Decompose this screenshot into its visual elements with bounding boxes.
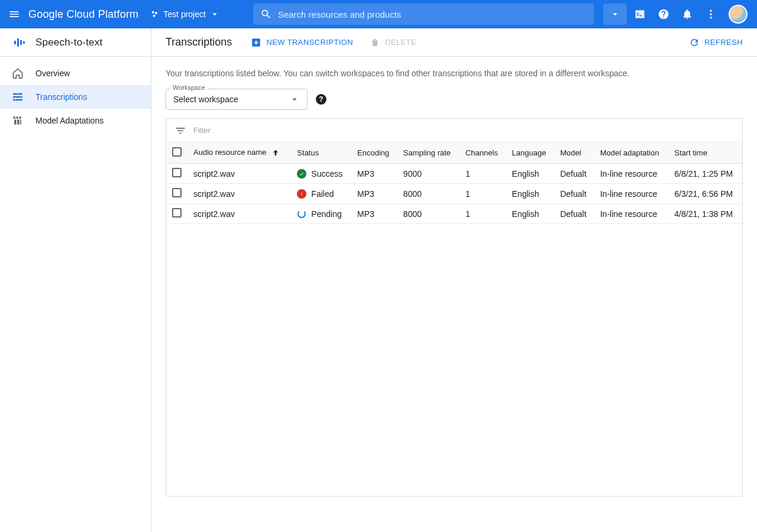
transcriptions-table: Audio resource name Status Encoding Samp… (166, 118, 743, 497)
help-icon[interactable] (658, 8, 669, 20)
col-start[interactable]: Start time (668, 142, 742, 164)
notifications-icon[interactable] (681, 8, 693, 20)
cell-name: script2.wav (187, 204, 291, 224)
refresh-button[interactable]: REFRESH (689, 37, 743, 48)
workspace-select[interactable]: Workspace Select workspace (166, 89, 308, 110)
svg-rect-12 (14, 96, 21, 98)
table-row[interactable]: script2.wavSuccessMP390001EnglishDefualt… (166, 164, 742, 184)
sidebar-item-label: Transcriptions (35, 92, 87, 102)
select-all-checkbox[interactable] (172, 147, 182, 157)
cell-start: 6/3/21, 6:56 PM (668, 184, 742, 204)
cell-status: Success (291, 164, 351, 184)
sidebar-header: Speech-to-text (0, 28, 151, 57)
svg-rect-7 (17, 38, 19, 47)
svg-rect-14 (14, 99, 15, 100)
search-input[interactable] (278, 9, 587, 20)
menu-icon[interactable] (7, 7, 21, 21)
filter-input[interactable] (193, 126, 734, 135)
col-model[interactable]: Model (554, 142, 594, 164)
cell-adaptation: In-line resource (594, 164, 669, 184)
filter-icon[interactable] (174, 125, 186, 137)
cell-name: script2.wav (187, 184, 291, 204)
brand-label: Google Cloud Platform (28, 8, 138, 21)
page-header: Transcriptions NEW TRANSCRIPTION DELETE (151, 28, 757, 57)
cell-channels: 1 (460, 184, 506, 204)
sort-asc-icon (271, 148, 280, 158)
cell-sampling: 8000 (397, 184, 460, 204)
svg-point-2 (153, 15, 156, 17)
cell-language: English (506, 164, 555, 184)
sidebar: Speech-to-text OverviewTranscriptionsMod… (0, 28, 151, 532)
svg-rect-23 (302, 194, 302, 195)
search-icon (260, 8, 272, 20)
trash-icon (370, 37, 380, 48)
speech-to-text-icon (12, 35, 26, 50)
project-icon (150, 9, 160, 19)
table-row[interactable]: script2.wavPendingMP380001EnglishDefualt… (166, 204, 742, 224)
svg-rect-6 (14, 41, 16, 44)
cell-name: script2.wav (187, 164, 291, 184)
sidebar-item-overview[interactable]: Overview (0, 61, 151, 85)
row-checkbox[interactable] (172, 208, 182, 218)
cell-model: Defualt (554, 164, 594, 184)
svg-rect-16 (14, 116, 15, 118)
row-checkbox[interactable] (172, 188, 182, 197)
caret-down-icon (289, 94, 300, 105)
cell-sampling: 8000 (397, 204, 460, 224)
row-checkbox[interactable] (172, 168, 182, 177)
cell-language: English (506, 204, 555, 224)
project-selector[interactable]: Test project (145, 5, 225, 23)
help-tooltip-icon[interactable]: ? (316, 94, 326, 105)
avatar[interactable] (729, 5, 748, 24)
top-app-bar: Google Cloud Platform Test project (0, 0, 757, 28)
search-box[interactable] (253, 4, 594, 25)
svg-rect-8 (20, 40, 22, 45)
sidebar-item-label: Overview (35, 69, 70, 78)
sidebar-item-transcriptions[interactable]: Transcriptions (0, 85, 151, 109)
refresh-icon (689, 37, 700, 48)
col-name[interactable]: Audio resource name (187, 142, 291, 164)
tune-icon (12, 91, 24, 103)
page-title: Transcriptions (166, 36, 232, 48)
product-title: Speech-to-text (35, 37, 102, 48)
table-header-row: Audio resource name Status Encoding Samp… (166, 142, 742, 164)
search-dropdown[interactable] (603, 4, 627, 25)
col-language[interactable]: Language (506, 142, 555, 164)
more-vert-icon[interactable] (705, 8, 717, 20)
svg-rect-21 (20, 119, 21, 124)
cell-adaptation: In-line resource (594, 204, 669, 224)
home-icon (12, 67, 24, 79)
cell-start: 4/8/21, 1:38 PM (668, 204, 742, 224)
svg-point-4 (710, 13, 711, 15)
col-status[interactable]: Status (291, 142, 351, 164)
sidebar-item-model-adaptations[interactable]: Model Adaptations (0, 109, 151, 132)
success-icon (297, 169, 306, 179)
col-sampling[interactable]: Sampling rate (397, 142, 460, 164)
cell-status: Failed (291, 184, 351, 204)
svg-rect-22 (302, 192, 302, 194)
svg-rect-19 (14, 119, 16, 124)
cell-encoding: MP3 (351, 164, 397, 184)
col-channels[interactable]: Channels (460, 142, 506, 164)
workspace-legend: Workspace (170, 84, 208, 91)
cell-channels: 1 (460, 164, 506, 184)
svg-point-3 (710, 10, 711, 12)
svg-rect-15 (17, 99, 22, 100)
cell-encoding: MP3 (351, 204, 397, 224)
col-encoding[interactable]: Encoding (351, 142, 397, 164)
svg-rect-9 (23, 41, 25, 44)
new-transcription-button[interactable]: NEW TRANSCRIPTION (251, 37, 353, 48)
svg-rect-18 (20, 116, 21, 118)
page-description: Your transcriptions listed below. You ca… (166, 69, 743, 78)
cell-model: Defualt (554, 184, 594, 204)
cloud-shell-icon[interactable] (634, 8, 646, 20)
cell-language: English (506, 184, 555, 204)
col-adaptation[interactable]: Model adaptation (594, 142, 669, 164)
svg-rect-13 (21, 96, 22, 98)
svg-rect-17 (17, 116, 18, 118)
svg-rect-10 (14, 93, 18, 95)
table-row[interactable]: script2.wavFailedMP380001EnglishDefualtI… (166, 184, 742, 204)
cell-status: Pending (291, 204, 351, 224)
delete-button: DELETE (370, 37, 416, 48)
cell-sampling: 9000 (397, 164, 460, 184)
